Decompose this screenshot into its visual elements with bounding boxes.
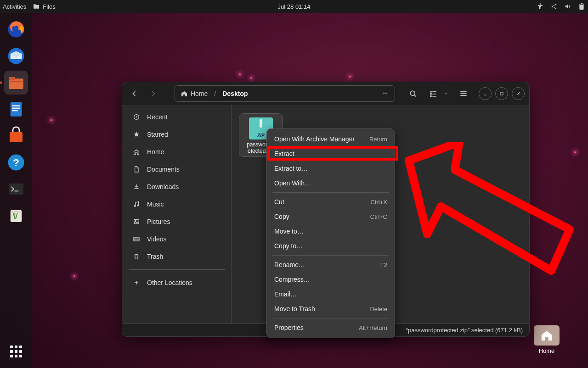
sidebar-item-label: Recent — [147, 113, 167, 121]
video-icon — [132, 235, 141, 243]
menu-rename[interactable]: Rename… F2 — [267, 257, 395, 272]
menu-email[interactable]: Email… — [267, 287, 395, 301]
menu-compress[interactable]: Compress… — [267, 272, 395, 287]
hamburger-button[interactable] — [456, 86, 471, 101]
sidebar-item-documents[interactable]: Documents — [129, 161, 225, 178]
top-bar: Activities Files Jul 28 01:14 — [0, 0, 588, 13]
dock-software[interactable] — [4, 124, 28, 148]
menu-extract[interactable]: Extract — [267, 146, 395, 161]
dock-trash[interactable] — [4, 204, 28, 228]
sidebar-item-videos[interactable]: Videos — [129, 231, 225, 247]
svg-rect-34 — [460, 93, 466, 94]
svg-rect-40 — [134, 219, 139, 223]
svg-rect-11 — [10, 81, 23, 83]
sidebar-item-label: Documents — [147, 166, 180, 173]
svg-point-39 — [137, 205, 139, 206]
minimize-button[interactable] — [479, 87, 492, 100]
sidebar-item-other-locations[interactable]: Other Locations — [129, 274, 225, 291]
sidebar-item-label: Home — [147, 148, 164, 156]
dock-terminal[interactable] — [4, 177, 28, 201]
svg-rect-16 — [10, 132, 23, 142]
svg-rect-29 — [430, 93, 431, 95]
svg-rect-12 — [11, 102, 22, 117]
dock: ? — [0, 13, 32, 368]
menu-divider — [272, 192, 389, 193]
context-menu: Open With Archive Manager Return Extract… — [266, 128, 395, 338]
svg-rect-35 — [460, 95, 466, 96]
menu-properties[interactable]: Properties Alt+Return — [267, 320, 395, 335]
svg-text:?: ? — [13, 156, 19, 168]
app-menu[interactable]: Files — [33, 3, 55, 10]
menu-open-with-archive-manager[interactable]: Open With Archive Manager Return — [267, 132, 395, 146]
close-button[interactable] — [512, 87, 525, 100]
sidebar-item-recent[interactable]: Recent — [129, 109, 225, 125]
volume-icon[interactable] — [564, 3, 571, 10]
home-icon — [132, 148, 141, 156]
sidebar-item-pictures[interactable]: Pictures — [129, 213, 225, 230]
pathbar[interactable]: Home / Desktop — [175, 85, 395, 102]
menu-copy-to[interactable]: Copy to… — [267, 239, 395, 253]
view-switcher[interactable] — [425, 86, 451, 101]
plus-icon — [132, 279, 141, 286]
network-icon[interactable] — [550, 3, 558, 10]
svg-rect-19 — [9, 184, 23, 195]
picture-icon — [132, 218, 141, 225]
svg-rect-22 — [12, 211, 20, 213]
zip-badge: ZIP — [257, 133, 265, 139]
dock-firefox[interactable] — [4, 17, 28, 41]
maximize-button[interactable] — [495, 87, 508, 100]
sidebar-item-label: Music — [147, 201, 164, 208]
menu-copy[interactable]: Copy Ctrl+C — [267, 209, 395, 224]
battery-icon[interactable] — [578, 3, 585, 10]
sidebar-divider — [129, 269, 225, 270]
svg-point-25 — [386, 92, 387, 93]
search-button[interactable] — [405, 86, 421, 101]
sidebar-item-label: Downloads — [147, 183, 179, 190]
show-applications-button[interactable] — [6, 341, 26, 362]
svg-rect-20 — [15, 191, 19, 192]
sidebar-item-label: Trash — [147, 253, 163, 260]
dock-writer[interactable] — [4, 97, 28, 121]
sidebar-item-music[interactable]: Music — [129, 196, 225, 212]
svg-rect-28 — [432, 91, 436, 92]
svg-point-0 — [540, 3, 541, 5]
dock-help[interactable]: ? — [4, 151, 28, 174]
svg-point-26 — [410, 91, 415, 95]
svg-point-38 — [134, 206, 136, 207]
menu-move-to-trash[interactable]: Move to Trash Delete — [267, 301, 395, 316]
svg-rect-15 — [12, 110, 17, 112]
svg-rect-36 — [500, 92, 503, 95]
sidebar-item-home[interactable]: Home — [129, 144, 225, 160]
sidebar-item-label: Other Locations — [147, 279, 192, 286]
breadcrumb-current[interactable]: Desktop — [220, 89, 250, 98]
view-dropdown-button[interactable] — [441, 86, 451, 101]
pathbar-menu-button[interactable] — [378, 89, 392, 99]
menu-cut[interactable]: Cut Ctrl+X — [267, 195, 395, 209]
chevron-down-icon — [443, 91, 449, 96]
svg-point-23 — [383, 92, 384, 93]
menu-divider — [272, 255, 389, 256]
desktop-home-icon[interactable]: Home — [528, 325, 565, 354]
list-view-button[interactable] — [425, 86, 441, 101]
nav-forward-button[interactable] — [146, 86, 161, 101]
svg-rect-31 — [430, 95, 431, 97]
dock-files[interactable] — [4, 71, 28, 95]
download-icon — [132, 183, 141, 190]
svg-rect-30 — [432, 94, 436, 95]
sidebar-item-downloads[interactable]: Downloads — [129, 178, 225, 195]
desktop-home-label: Home — [539, 347, 555, 354]
menu-extract-to[interactable]: Extract to… — [267, 161, 395, 176]
svg-point-2 — [555, 4, 557, 6]
svg-rect-27 — [430, 91, 431, 92]
clock-icon — [132, 113, 141, 121]
menu-move-to[interactable]: Move to… — [267, 224, 395, 239]
accessibility-icon[interactable] — [537, 3, 544, 10]
dock-thunderbird[interactable] — [4, 44, 28, 68]
nav-back-button[interactable] — [127, 86, 141, 101]
menu-open-with[interactable]: Open With… — [267, 176, 395, 190]
activities-button[interactable]: Activities — [3, 3, 26, 10]
sidebar-item-starred[interactable]: Starred — [129, 126, 225, 143]
breadcrumb-home[interactable]: Home — [178, 89, 210, 98]
clock[interactable]: Jul 28 01:14 — [278, 3, 311, 10]
sidebar-item-trash[interactable]: Trash — [129, 248, 225, 265]
